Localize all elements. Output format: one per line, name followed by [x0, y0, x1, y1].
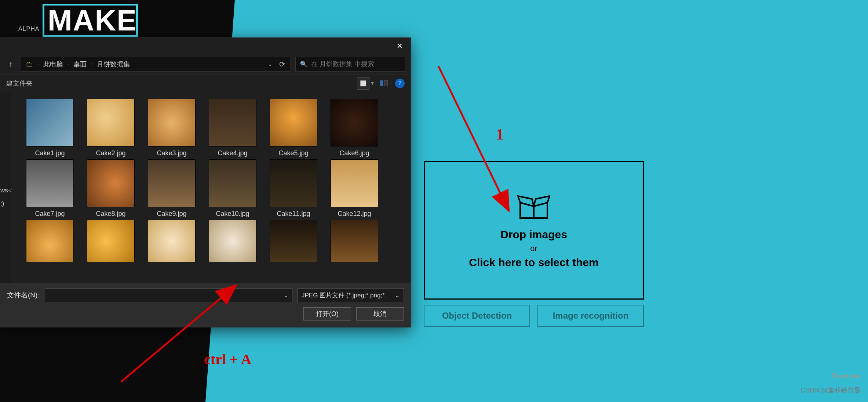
open-button[interactable]: 打开(O): [303, 307, 351, 320]
chevron-right-icon: ›: [37, 62, 39, 67]
chevron-down-icon[interactable]: ▾: [371, 80, 374, 87]
svg-rect-0: [360, 80, 366, 86]
breadcrumb[interactable]: 🗀 › 此电脑 › 桌面 › 月饼数据集 ⌄ ⟳: [21, 57, 290, 72]
thumbnail: [270, 220, 317, 262]
object-detection-button[interactable]: Object Detection: [424, 305, 530, 327]
chevron-down-icon[interactable]: ⌄: [284, 292, 288, 299]
file-name: Cake7.jpg: [35, 210, 65, 218]
file-name: Cake1.jpg: [35, 149, 65, 157]
sidebar-item-drive[interactable]: ws-SSD: [0, 184, 11, 197]
thumbnail: [148, 99, 196, 146]
file-item[interactable]: Cake2.jpg: [82, 99, 140, 157]
thumbnail: [87, 220, 135, 262]
help-button[interactable]: ?: [395, 79, 405, 88]
search-icon: 🔍: [300, 61, 307, 68]
thumbnail: [26, 99, 74, 146]
file-name: Cake10.jpg: [216, 210, 249, 218]
file-name: Cake4.jpg: [218, 149, 247, 157]
file-item[interactable]: Cake4.jpg: [204, 99, 262, 157]
refresh-button[interactable]: ⟳: [279, 60, 285, 69]
file-name: Cake12.jpg: [338, 210, 371, 218]
preview-pane-button[interactable]: [378, 77, 390, 90]
file-name: Cake2.jpg: [96, 149, 125, 157]
thumbnail: [270, 99, 317, 146]
breadcrumb-leaf[interactable]: 月饼数据集: [97, 60, 130, 69]
filename-input[interactable]: ⌄: [45, 288, 292, 302]
file-item[interactable]: Cake11.jpg: [265, 159, 322, 218]
svg-rect-1: [380, 80, 383, 86]
sidebar: ws-SSD :): [0, 92, 11, 283]
nav-row: ↑ 🗀 › 此电脑 › 桌面 › 月饼数据集 ⌄ ⟳ 🔍: [0, 54, 411, 75]
drop-images-zone[interactable]: Drop images or Click here to select them: [424, 161, 644, 300]
file-item[interactable]: Cake6.jpg: [325, 99, 383, 157]
mode-buttons: Object Detection Image recognition: [424, 305, 644, 327]
thumbnail: [209, 159, 256, 207]
chevron-right-icon: ›: [91, 62, 92, 67]
file-item[interactable]: Cake5.jpg: [265, 99, 322, 157]
history-dropdown-icon[interactable]: ⌄: [268, 61, 273, 68]
search-box[interactable]: 🔍: [295, 57, 405, 72]
annotation-ctrl-a: ctrl + A: [204, 351, 251, 368]
grid-icon: [360, 80, 366, 87]
thumbnail: [87, 159, 135, 207]
close-button[interactable]: ✕: [389, 38, 411, 54]
thumbnail: [331, 159, 378, 207]
dropzone-subtitle: Click here to select them: [469, 256, 598, 269]
file-item[interactable]: [325, 220, 383, 262]
file-item[interactable]: Cake8.jpg: [82, 159, 140, 218]
search-input[interactable]: [311, 60, 401, 68]
breadcrumb-root[interactable]: 此电脑: [43, 60, 63, 69]
file-item[interactable]: Cake12.jpg: [325, 159, 383, 218]
sidebar-item-drive2[interactable]: :): [0, 197, 11, 210]
close-icon: ✕: [397, 41, 403, 50]
filename-label: 文件名(N):: [7, 290, 40, 300]
filetype-select[interactable]: JPEG 图片文件 (*.jpeg;*.png;*. ⌄: [298, 288, 404, 302]
file-item[interactable]: [82, 220, 140, 262]
alpha-label: ALPHA: [18, 26, 39, 32]
folder-icon: 🗀: [26, 60, 33, 68]
thumbnail: [87, 99, 135, 146]
annotation-step-1: 1: [496, 126, 504, 143]
thumbnail: [270, 159, 317, 207]
thumbnail: [209, 220, 256, 262]
file-item[interactable]: [21, 220, 79, 262]
cancel-button[interactable]: 取消: [356, 307, 404, 320]
app-stage: MAKE ALPHA ✕ ↑ 🗀 › 此电脑 › 桌面 › 月饼数据集 ⌄ ⟳ …: [0, 0, 868, 402]
file-item[interactable]: Cake1.jpg: [21, 99, 79, 157]
image-recognition-button[interactable]: Image recognition: [537, 305, 644, 327]
file-item[interactable]: Cake9.jpg: [143, 159, 201, 218]
dialog-footer: 文件名(N): ⌄ JPEG 图片文件 (*.jpeg;*.png;*. ⌄ 打…: [0, 283, 411, 327]
watermark-yuucn: Yuucn.com: [832, 372, 861, 380]
chevron-down-icon: ⌄: [395, 291, 400, 299]
dropzone-or: or: [530, 244, 537, 253]
thumbnail: [26, 220, 74, 262]
thumbnail: [148, 220, 196, 262]
file-item[interactable]: Cake7.jpg: [21, 159, 79, 218]
dialog-titlebar: ✕: [0, 38, 411, 54]
breadcrumb-mid[interactable]: 桌面: [73, 60, 87, 69]
nav-up-button[interactable]: ↑: [6, 59, 16, 69]
thumbnail: [148, 159, 196, 207]
file-name: Cake11.jpg: [277, 210, 310, 218]
dialog-toolbar: 建文件夹 ▾ ?: [0, 75, 411, 92]
file-item[interactable]: [143, 220, 201, 262]
panel-icon: [380, 80, 388, 86]
dialog-body: ws-SSD :) Cake1.jpg Cake2.jpg Cake3.jpg …: [0, 92, 411, 283]
make-logo: MAKE: [48, 4, 137, 37]
file-name: Cake5.jpg: [278, 149, 308, 157]
file-item[interactable]: [265, 220, 322, 262]
view-thumbnails-button[interactable]: [357, 77, 369, 90]
file-name: Cake9.jpg: [157, 210, 186, 218]
file-name: Cake6.jpg: [339, 149, 369, 157]
filetype-value: JPEG 图片文件 (*.jpeg;*.png;*.: [302, 291, 386, 300]
file-item[interactable]: Cake10.jpg: [204, 159, 262, 218]
thumbnail: [209, 99, 256, 146]
watermark-csdn: CSDN @迪菲赫尔曼: [800, 386, 861, 395]
chevron-right-icon: ›: [68, 62, 69, 67]
file-item[interactable]: [204, 220, 262, 262]
file-item[interactable]: Cake3.jpg: [143, 99, 201, 157]
thumbnail: [26, 159, 74, 207]
thumbnail: [331, 99, 378, 146]
new-folder-button[interactable]: 建文件夹: [6, 79, 33, 88]
file-name: Cake3.jpg: [157, 149, 186, 157]
